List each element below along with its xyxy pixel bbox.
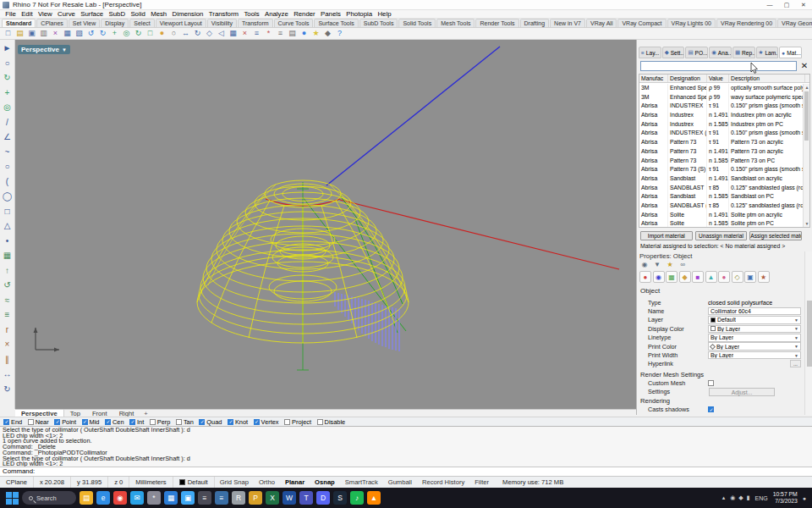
material-search-input[interactable] (640, 61, 797, 71)
toolbar-tab-vray-compact[interactable]: VRay Compact (617, 19, 666, 27)
panel-tab-lay[interactable]: ≡Lay... (639, 47, 661, 58)
table-row[interactable]: AbrisaINDUSTREXτ 910.150" prism glass (s… (639, 102, 803, 111)
shaded-view-icon[interactable]: ● (156, 28, 167, 39)
network-icon[interactable]: ◉ (730, 494, 735, 501)
field-dropdown-layer[interactable]: Default▼ (708, 316, 801, 324)
settings-app-icon[interactable]: * (147, 491, 161, 505)
viewport[interactable]: Perspective ▼ (15, 40, 636, 409)
close-button[interactable]: ✕ (795, 0, 812, 9)
toolbar-tab-subd-tools[interactable]: SubD Tools (359, 19, 398, 27)
adjust-button[interactable]: Adjust... (709, 388, 775, 396)
options-icon[interactable]: ◆ (322, 28, 333, 39)
status-toggle-planar[interactable]: Planar (280, 478, 310, 486)
save-icon[interactable]: ▣ (26, 28, 37, 39)
polyline-tool-icon[interactable]: ∠ (1, 130, 14, 145)
menu-surface[interactable]: Surface (78, 10, 106, 18)
table-row[interactable]: 3MEnhanced Specρ 99optically smooth surf… (639, 84, 803, 93)
status-toggle-gumball[interactable]: Gumball (383, 478, 417, 486)
custom-mesh-checkbox[interactable] (708, 380, 714, 386)
table-row[interactable]: 3MEnhanced Specρ 99wavy surface polymeri… (639, 93, 803, 102)
properties-tab-info-icon[interactable]: ★ (758, 271, 770, 283)
discord-icon[interactable]: D (316, 491, 330, 505)
toolbar-tab-vray-lights-00[interactable]: VRay Lights 00 (667, 19, 716, 27)
viewport-title[interactable]: Perspective ▼ (18, 45, 70, 54)
loft-tool-icon[interactable]: ≡ (1, 307, 14, 323)
toolbar-tab-transform[interactable]: Transform (238, 19, 273, 27)
properties-tab-material-icon[interactable]: ◉ (653, 271, 665, 283)
menu-solid[interactable]: Solid (128, 10, 148, 18)
arc-tool-icon[interactable]: ( (1, 174, 14, 190)
assign-selected-material-button[interactable]: Assign selected material (749, 231, 802, 240)
properties-tab-mapping-icon[interactable]: ■ (692, 271, 704, 283)
status-toggle-filter[interactable]: Filter (469, 478, 494, 486)
column-header-designation[interactable]: Designation (668, 75, 707, 82)
select-pointer-icon[interactable]: ► (1, 41, 14, 56)
table-row[interactable]: AbrisaIndustrexn 1.491Industrex ptm on a… (639, 111, 803, 120)
field-dropdown-linetype[interactable]: By Layer▼ (708, 334, 801, 342)
toolbar-tab-curve-tools[interactable]: Curve Tools (274, 19, 314, 27)
toolbar-tab-visibility[interactable]: Visibility (207, 19, 237, 27)
osnap-checkbox-int[interactable] (129, 419, 135, 425)
redo-icon[interactable]: ↻ (97, 28, 108, 39)
panel-tab-po[interactable]: ▤PO... (685, 47, 708, 58)
render-icon[interactable]: ● (299, 28, 310, 39)
menu-curve[interactable]: Curve (55, 10, 78, 18)
zoom-window-icon[interactable]: ◎ (1, 100, 14, 115)
casts-shadows-checkbox[interactable] (708, 406, 714, 412)
language-indicator[interactable]: ENG (755, 495, 768, 501)
toolbar-tab-display[interactable]: Display (101, 19, 129, 27)
mail-icon[interactable]: ✉ (130, 491, 144, 505)
undo-icon[interactable]: ↺ (85, 28, 96, 39)
panel-tab-mat[interactable]: ●Mat... (779, 47, 802, 58)
menu-mesh[interactable]: Mesh (148, 10, 169, 18)
osnap-checkbox-end[interactable] (3, 419, 9, 425)
ellipsis-button[interactable]: ... (790, 360, 801, 367)
point-tool-icon[interactable]: • (1, 234, 14, 249)
osnap-checkbox-cen[interactable] (105, 419, 111, 425)
properties-tab-render-icon[interactable]: ● (718, 271, 730, 283)
rotate-view-icon[interactable]: ↻ (133, 28, 144, 39)
field-dropdown-print-color[interactable]: By Layer▼ (708, 342, 801, 351)
osnap-checkbox-quad[interactable] (199, 419, 205, 425)
menu-edit[interactable]: Edit (19, 10, 36, 18)
status-toggle-osnap[interactable]: Osnap (310, 478, 340, 486)
split-tool-icon[interactable]: ∥ (1, 352, 14, 367)
command-line[interactable]: Command: (0, 467, 812, 476)
osnap-checkbox-mid[interactable] (82, 419, 88, 425)
menu-subd[interactable]: SubD (106, 10, 128, 18)
menu-view[interactable]: View (36, 10, 55, 18)
field-input-name[interactable]: Collimator 60c4 (708, 307, 801, 316)
column-header-value[interactable]: Value (707, 75, 729, 82)
table-row[interactable]: AbrisaIndustrexn 1.585Industrex ptm on P… (639, 120, 803, 130)
osnap-end[interactable]: End (3, 418, 22, 426)
table-row[interactable]: AbrisaPattern 73n 1.491Pattern 73 on acr… (639, 147, 803, 157)
minimize-button[interactable]: — (761, 0, 778, 9)
table-row[interactable]: AbrisaSoliten 1.585Solite ptm on PC (639, 219, 803, 227)
copy-icon[interactable]: ▦ (62, 28, 73, 39)
toolbar-tab-render-tools[interactable]: Render Tools (475, 19, 518, 27)
help-icon[interactable]: ? (334, 28, 345, 39)
sweep-tool-icon[interactable]: ≈ (1, 293, 14, 308)
status-toggle-ortho[interactable]: Ortho (254, 478, 280, 486)
tray-chevron-icon[interactable]: ▴ (722, 494, 726, 501)
file-explorer-icon[interactable]: ▤ (80, 491, 93, 505)
osnap-checkbox-disable[interactable] (317, 419, 323, 425)
properties-scrollbar[interactable] (804, 251, 812, 415)
rotate-tool-icon[interactable]: ↻ (1, 382, 14, 397)
table-row[interactable]: AbrisaPattern 73n 1.585Pattern 73 on PC (639, 157, 803, 166)
properties-scrollbar-thumb[interactable] (807, 301, 812, 367)
toolbar-tab-surface-tools[interactable]: Surface Tools (314, 19, 358, 27)
scale-icon[interactable]: ◇ (204, 28, 215, 39)
paste-icon[interactable]: ▧ (74, 28, 85, 39)
toolbar-tab-drafting[interactable]: Drafting (520, 19, 550, 27)
explode-icon[interactable]: * (263, 28, 274, 39)
menu-panels[interactable]: Panels (318, 10, 343, 18)
unassign-material-button[interactable]: Unassign material (695, 231, 748, 240)
properties-tab-mesh-icon[interactable]: ◇ (732, 271, 743, 283)
field-dropdown-display-color[interactable]: By Layer▼ (708, 325, 801, 334)
osnap-cen[interactable]: Cen (105, 418, 124, 426)
osnap-quad[interactable]: Quad (199, 418, 222, 426)
photopia-app-icon[interactable]: P (249, 491, 262, 505)
join-icon[interactable]: ≡ (251, 28, 262, 39)
layers-icon[interactable]: ≡ (275, 28, 286, 39)
